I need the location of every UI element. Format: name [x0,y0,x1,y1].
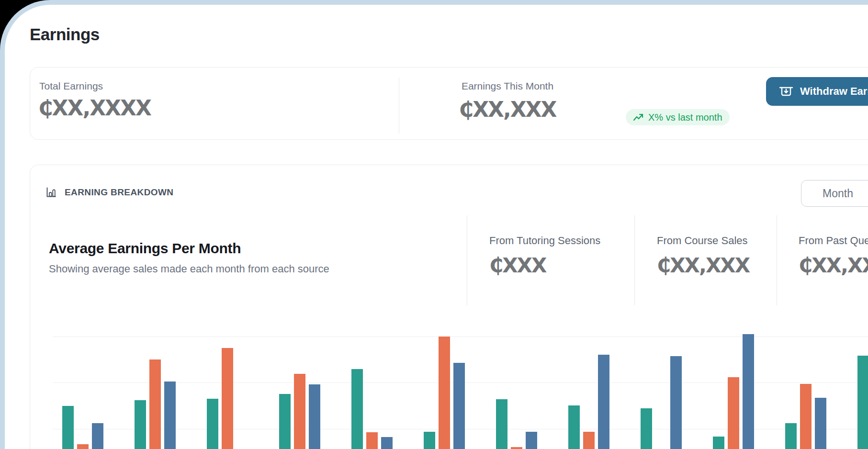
stat-divider [777,215,777,305]
chart-bar-orange-1[interactable] [77,444,89,449]
chart-bar-teal-8[interactable] [568,405,580,449]
chart-bar-teal-9[interactable] [641,408,652,449]
chart-subtitle: Showing average sales made each month fr… [49,263,329,275]
stat-divider [467,215,467,305]
chart-bar-blue-8[interactable] [598,355,609,449]
stat-past-questions-value: ₵XX,XXX [799,254,868,277]
chart-bar-orange-2[interactable] [149,359,161,449]
vs-last-month-text: X% vs last month [648,112,722,123]
chart-bar-teal-11[interactable] [785,423,797,449]
chart-bar-blue-7[interactable] [526,432,537,449]
total-earnings-value: ₵XX,XXXX [38,96,151,120]
chart-bar-teal-7[interactable] [496,399,507,449]
withdraw-earnings-button[interactable]: Withdraw Earnings [766,77,868,106]
chart-bar-orange-6[interactable] [439,337,450,449]
chart-bar-teal-6[interactable] [424,432,435,449]
withdraw-icon [778,85,794,98]
stat-divider [634,215,635,305]
chart-bar-orange-11[interactable] [800,384,812,449]
chart-bar-orange-7[interactable] [511,447,522,449]
chart-title: Average Earnings Per Month [49,240,241,257]
breakdown-header-label: EARNING BREAKDOWN [65,187,173,198]
chart-bar-blue-4[interactable] [309,384,320,449]
chart-bar-teal-12[interactable] [857,356,868,449]
chart-bar-orange-4[interactable] [294,374,305,449]
total-earnings-label: Total Earnings [39,80,103,92]
breakdown-header: EARNING BREAKDOWN [45,187,173,198]
chart-bar-blue-1[interactable] [92,423,103,449]
earnings-this-month-label: Earnings This Month [421,80,594,92]
app-canvas: Earnings Total Earnings ₵XX,XXXX Earning… [0,0,868,449]
stat-course-sales-label: From Course Sales [657,235,749,247]
chart-bar-teal-1[interactable] [62,406,74,449]
stat-past-questions-label: From Past Questions [799,235,868,247]
page-title: Earnings [30,25,100,44]
total-earnings-label-text: Total Earnings [39,80,103,91]
chart-bar-orange-10[interactable] [728,377,739,449]
vs-last-month-badge: X% vs last month [626,109,730,125]
stat-col-course-sales: From Course Sales ₵XX,XXX [657,235,749,277]
chart-bar-blue-5[interactable] [381,437,393,449]
summary-card-divider [399,78,399,134]
stat-tutoring-label: From Tutoring Sessions [489,235,600,247]
chart-bar-blue-2[interactable] [164,382,176,449]
chart-bar-blue-11[interactable] [815,398,826,449]
trending-up-icon [633,113,644,122]
chart-bar-orange-8[interactable] [583,432,595,449]
chart-bar-teal-4[interactable] [279,394,291,449]
chart-bar-orange-3[interactable] [222,348,233,449]
chart-bar-teal-5[interactable] [351,369,363,449]
stat-col-tutoring: From Tutoring Sessions ₵XXX [489,235,600,277]
earnings-this-month-block: Earnings This Month ₵XX,XXX [421,80,594,122]
bar-chart-icon [45,187,57,198]
period-select-value: Month [823,187,853,200]
stat-course-sales-value: ₵XX,XXX [657,254,749,277]
chart-bar-teal-10[interactable] [713,437,724,449]
stat-tutoring-value: ₵XXX [489,254,600,277]
chart-bar-blue-9[interactable] [670,356,682,449]
withdraw-earnings-label: Withdraw Earnings [800,85,868,98]
stat-col-past-questions: From Past Questions ₵XX,XXX [799,235,868,277]
chart-bar-teal-3[interactable] [207,399,218,449]
chart-bar-blue-6[interactable] [453,363,465,449]
chart-bar-orange-5[interactable] [366,432,378,449]
period-select[interactable]: Month [801,180,868,207]
chart-bar-blue-10[interactable] [743,334,754,449]
chart-bar-teal-2[interactable] [135,400,146,449]
earnings-this-month-value: ₵XX,XXX [421,97,594,122]
